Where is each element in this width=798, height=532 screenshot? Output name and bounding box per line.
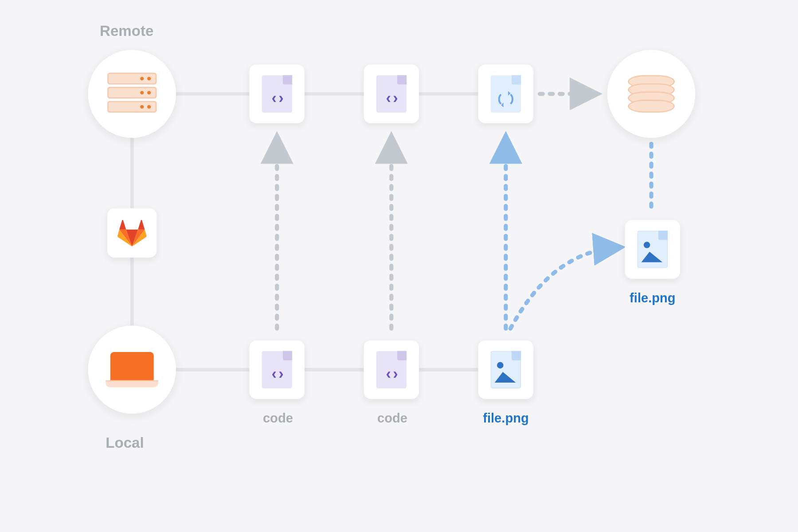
- node-gitlab: [107, 208, 156, 258]
- server-icon: [107, 73, 156, 115]
- node-remote-code-1: ‹ ›: [249, 65, 304, 123]
- node-local-code-2: ‹ ›: [364, 340, 419, 399]
- code-file-icon: ‹ ›: [376, 351, 407, 388]
- code-file-icon: ‹ ›: [262, 351, 292, 388]
- node-local-code-1: ‹ ›: [249, 340, 304, 399]
- laptop-icon: [106, 352, 158, 387]
- gitlab-icon: [117, 218, 147, 248]
- code-file-icon: ‹ ›: [262, 75, 292, 113]
- image-file-icon: [637, 231, 668, 268]
- node-local-file: [478, 340, 533, 399]
- sync-file-icon: [490, 75, 521, 113]
- node-lfs-file: [625, 220, 680, 278]
- caption-code-2: code: [377, 411, 407, 426]
- node-remote-sync: [478, 65, 533, 123]
- lfs-flow-diagram: Remote Local ‹ › ‹ › file.png: [0, 0, 798, 532]
- code-file-icon: ‹ ›: [376, 75, 407, 113]
- caption-code-1: code: [263, 411, 293, 426]
- caption-lfs-file: file.png: [630, 290, 676, 305]
- database-icon: [628, 75, 675, 113]
- node-local-laptop: [88, 326, 176, 414]
- node-remote-code-2: ‹ ›: [364, 65, 419, 123]
- image-file-icon: [490, 351, 521, 388]
- label-local: Local: [106, 434, 144, 451]
- connector-local-row: [158, 368, 499, 372]
- node-remote-server: [88, 50, 176, 138]
- node-remote-database: [607, 50, 696, 138]
- label-remote: Remote: [100, 22, 153, 39]
- connector-remote-row: [158, 92, 487, 96]
- caption-local-file: file.png: [483, 411, 529, 426]
